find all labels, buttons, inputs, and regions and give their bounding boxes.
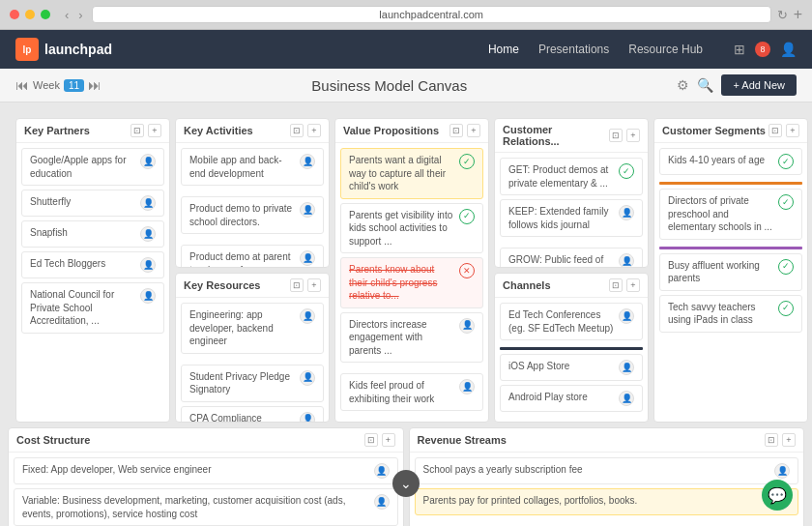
list-item[interactable]: GROW: Public feed of the class journals.… xyxy=(500,248,643,267)
key-resources-title: Key Resources xyxy=(184,279,261,291)
list-item[interactable]: Parents want a digital way to capture al… xyxy=(340,148,483,199)
nav-home[interactable]: Home xyxy=(488,43,519,56)
maximize-dot[interactable] xyxy=(41,10,50,19)
key-partners-expand[interactable]: ⊡ xyxy=(130,124,144,137)
minimize-dot[interactable] xyxy=(25,10,35,19)
key-partners-section: Key Partners ⊡ + Google/Apple apps for e… xyxy=(15,118,170,423)
key-resources-section: Key Resources ⊡ + Engineering: app devel… xyxy=(175,273,330,423)
list-item[interactable]: Parents get visibility into kids school … xyxy=(340,203,483,254)
key-activities-add[interactable]: + xyxy=(307,124,321,137)
cust-rel-title: Customer Relations... xyxy=(503,124,609,147)
key-partners-add[interactable]: + xyxy=(148,124,161,137)
cost-structure-header: Cost Structure ⊡ + xyxy=(9,428,403,453)
list-item[interactable]: Google/Apple apps for education 👤 xyxy=(21,148,164,186)
user-icon[interactable]: 👤 xyxy=(780,42,797,57)
list-item[interactable]: Android Play store 👤 xyxy=(500,385,643,412)
nav-presentations[interactable]: Presentations xyxy=(538,43,609,56)
list-item[interactable]: CPA Compliance 👤 xyxy=(181,406,324,423)
revenue-streams-header: Revenue Streams ⊡ + xyxy=(410,428,804,453)
channels-expand[interactable]: ⊡ xyxy=(609,278,623,292)
revenue-streams-add[interactable]: + xyxy=(782,433,796,447)
cust-rel-expand[interactable]: ⊡ xyxy=(609,129,623,142)
prev-week-button[interactable]: ⏮ xyxy=(15,77,29,93)
revenue-streams-title: Revenue Streams xyxy=(418,434,507,446)
settings-icon[interactable]: ⚙ xyxy=(677,77,689,93)
list-item[interactable]: Variable: Business development, marketin… xyxy=(14,488,398,526)
list-item[interactable]: Mobile app and back-end development 👤 xyxy=(181,148,324,186)
toolbar-actions: ⚙ 🔍 + Add New xyxy=(677,74,797,96)
key-activities-expand[interactable]: ⊡ xyxy=(290,124,304,137)
forward-button[interactable]: › xyxy=(75,8,85,22)
list-item[interactable]: Parents pay for printed collages, portfo… xyxy=(415,488,799,515)
add-new-button[interactable]: + Add New xyxy=(721,74,797,96)
key-partners-body: Google/Apple apps for education 👤 Shutte… xyxy=(16,143,169,422)
list-item[interactable]: Student Privacy Pledge Signatory 👤 xyxy=(181,365,324,402)
list-item[interactable]: GET: Product demos at private elementary… xyxy=(500,158,643,195)
new-tab-button[interactable]: + xyxy=(794,6,802,23)
cust-rel-add[interactable]: + xyxy=(626,129,640,142)
list-item[interactable]: Shutterfly 👤 xyxy=(21,190,164,217)
key-activities-section: Key Activities ⊡ + Mobile app and back-e… xyxy=(175,118,330,268)
cost-structure-expand[interactable]: ⊡ xyxy=(364,433,378,447)
list-item[interactable]: Parents know about their child's progres… xyxy=(340,257,483,308)
back-button[interactable]: ‹ xyxy=(62,8,72,22)
cost-structure-add[interactable]: + xyxy=(382,433,395,447)
close-dot[interactable] xyxy=(10,10,19,19)
revenue-streams-expand[interactable]: ⊡ xyxy=(765,433,778,447)
scroll-down-button[interactable]: ⌄ xyxy=(392,470,420,497)
cust-seg-expand[interactable]: ⊡ xyxy=(768,124,782,137)
list-item[interactable]: iOS App Store 👤 xyxy=(500,354,643,381)
channels-section: Channels ⊡ + Ed Tech Conferences (eg. SF… xyxy=(494,273,649,423)
grid-icon[interactable]: ⊞ xyxy=(734,42,745,57)
cust-seg-title: Customer Segments xyxy=(662,125,766,136)
list-item[interactable]: Busy affluent working parents ✓ xyxy=(659,253,802,291)
person-icon: 👤 xyxy=(300,154,315,169)
list-item[interactable]: Ed Tech Conferences (eg. SF EdTech Meetu… xyxy=(500,303,643,340)
list-item[interactable]: Snapfish 👤 xyxy=(21,220,164,248)
app-header: lp launchpad Home Presentations Resource… xyxy=(0,30,812,69)
list-item[interactable]: National Council for Private School Accr… xyxy=(21,282,164,334)
list-item[interactable]: Kids 4-10 years of age ✓ xyxy=(659,148,802,175)
person-icon: 👤 xyxy=(140,195,156,211)
person-icon: 👤 xyxy=(619,308,634,324)
person-icon: 👤 xyxy=(140,288,156,304)
key-resources-expand[interactable]: ⊡ xyxy=(290,278,304,292)
list-item[interactable]: Directors increase engagement with paren… xyxy=(340,312,483,364)
list-item[interactable]: School pays a yearly subscription fee 👤 xyxy=(415,457,799,484)
list-item[interactable]: Product demo at parent teacher conferenc… xyxy=(181,245,324,267)
key-resources-add[interactable]: + xyxy=(307,278,321,292)
chat-button[interactable]: 💬 xyxy=(762,480,793,511)
list-item[interactable]: Engineering: app developer, backend engi… xyxy=(181,303,324,354)
nav-resource-hub[interactable]: Resource Hub xyxy=(628,43,703,56)
list-item[interactable]: Kids feel proud of exhibiting their work… xyxy=(340,373,483,411)
next-week-button[interactable]: ⏭ xyxy=(88,77,102,93)
x-icon: ✕ xyxy=(459,263,475,278)
customer-segments-section: Customer Segments ⊡ + Kids 4-10 years of… xyxy=(653,118,808,423)
channels-header: Channels ⊡ + xyxy=(495,274,648,298)
cust-rel-header: Customer Relations... ⊡ + xyxy=(495,119,648,153)
list-item[interactable]: Product demo to private school directors… xyxy=(181,196,324,234)
toolbar: ⏮ Week 11 ⏭ Business Model Canvas ⚙ 🔍 + … xyxy=(0,69,812,102)
list-item[interactable]: Directors of private preschool and eleme… xyxy=(659,189,802,240)
list-item[interactable]: Fixed: App developer, Web service engine… xyxy=(14,457,398,484)
search-icon[interactable]: 🔍 xyxy=(697,77,713,93)
person-icon: 👤 xyxy=(374,463,390,479)
list-item[interactable]: KEEP: Extended family follows kids journ… xyxy=(500,199,643,237)
channels-body: Ed Tech Conferences (eg. SF EdTech Meetu… xyxy=(495,298,648,422)
cust-seg-add[interactable]: + xyxy=(786,124,799,137)
channels-add[interactable]: + xyxy=(626,278,640,292)
reload-button[interactable]: ↻ xyxy=(777,8,788,22)
person-icon: 👤 xyxy=(140,226,156,242)
value-props-add[interactable]: + xyxy=(467,124,480,137)
check-icon: ✓ xyxy=(619,163,634,179)
notification-badge[interactable]: 8 xyxy=(755,42,770,57)
list-item[interactable]: Tech savvy teachers using iPads in class… xyxy=(659,295,802,333)
cust-seg-header: Customer Segments ⊡ + xyxy=(654,119,807,143)
check-icon: ✓ xyxy=(459,154,475,169)
value-props-expand[interactable]: ⊡ xyxy=(450,124,463,137)
list-item[interactable]: Ed Tech Bloggers 👤 xyxy=(21,251,164,278)
address-bar[interactable]: launchpadcentral.com xyxy=(92,6,771,23)
key-activities-header: Key Activities ⊡ + xyxy=(176,119,329,143)
value-props-body: Parents want a digital way to capture al… xyxy=(335,143,488,422)
person-icon: 👤 xyxy=(619,391,634,406)
